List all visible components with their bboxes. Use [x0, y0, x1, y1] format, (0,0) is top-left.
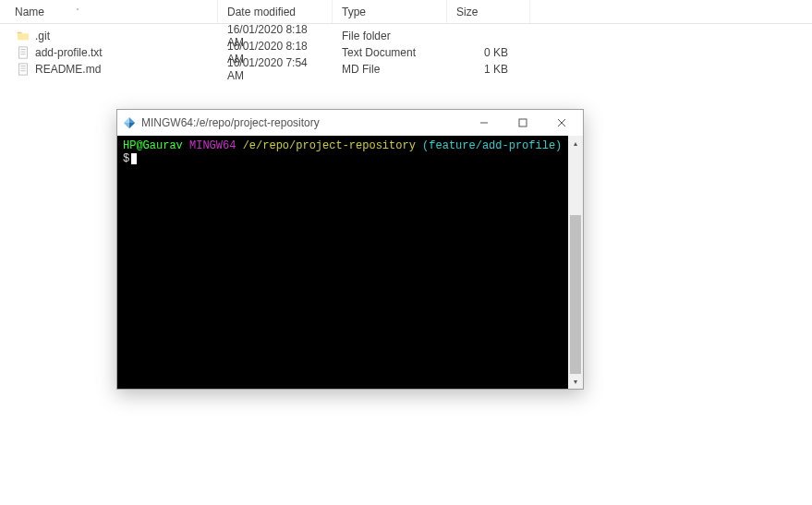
minimize-button[interactable]: [465, 110, 503, 136]
terminal-titlebar[interactable]: MINGW64:/e/repo/project-repository: [117, 110, 583, 136]
file-icon: [17, 46, 30, 59]
file-name: README.md: [35, 63, 101, 76]
terminal-scrollbar[interactable]: ▴ ▾: [568, 136, 583, 389]
file-rows: .git 16/01/2020 8:18 AM File folder add-…: [0, 24, 812, 78]
column-date[interactable]: Date modified: [218, 0, 333, 23]
svg-rect-0: [19, 47, 28, 58]
file-icon: [17, 63, 30, 76]
prompt-symbol: $: [123, 152, 129, 165]
table-row[interactable]: README.md 16/01/2020 7:54 AM MD File 1 K…: [0, 61, 812, 78]
file-date: 16/01/2020 7:54 AM: [218, 56, 333, 82]
sort-ascending-icon: ˄: [76, 7, 79, 16]
svg-rect-9: [519, 119, 527, 126]
terminal-title: MINGW64:/e/repo/project-repository: [141, 116, 320, 129]
column-name-label: Name: [15, 6, 44, 18]
file-size: 0 KB: [447, 46, 530, 59]
prompt-path: /e/repo/project-repository: [243, 139, 416, 152]
close-button[interactable]: [542, 110, 581, 136]
column-name[interactable]: Name ˄: [0, 0, 218, 23]
terminal-cursor: [131, 153, 137, 164]
folder-icon: [17, 30, 30, 42]
column-type-label: Type: [342, 6, 366, 18]
mingw-app-icon: [123, 116, 136, 129]
terminal-content[interactable]: HP@Gaurav MINGW64 /e/repo/project-reposi…: [117, 136, 568, 389]
scroll-track[interactable]: [568, 150, 583, 374]
column-size-label: Size: [456, 6, 478, 18]
prompt-env: MINGW64: [189, 139, 236, 152]
file-type: File folder: [333, 30, 447, 42]
file-name: add-profile.txt: [35, 46, 103, 59]
column-size[interactable]: Size: [447, 0, 530, 23]
table-row[interactable]: .git 16/01/2020 8:18 AM File folder: [0, 28, 812, 44]
file-explorer: Name ˄ Date modified Type Size .git 16/0…: [0, 0, 812, 78]
column-type[interactable]: Type: [333, 0, 447, 23]
terminal-window: MINGW64:/e/repo/project-repository HP@Ga…: [116, 109, 584, 390]
file-name: .git: [35, 30, 50, 42]
terminal-body: HP@Gaurav MINGW64 /e/repo/project-reposi…: [117, 136, 583, 389]
prompt-branch: (feature/add-profile): [422, 139, 562, 152]
svg-rect-4: [19, 64, 28, 75]
scroll-up-icon[interactable]: ▴: [568, 136, 583, 150]
column-date-label: Date modified: [227, 6, 296, 18]
column-headers: Name ˄ Date modified Type Size: [0, 0, 812, 24]
file-size: 1 KB: [447, 63, 530, 76]
scroll-thumb[interactable]: [570, 215, 581, 374]
file-type: MD File: [333, 63, 447, 76]
maximize-button[interactable]: [503, 110, 542, 136]
prompt-user: HP@Gaurav: [123, 139, 183, 152]
scroll-down-icon[interactable]: ▾: [568, 374, 583, 389]
file-type: Text Document: [333, 46, 447, 59]
table-row[interactable]: add-profile.txt 16/01/2020 8:18 AM Text …: [0, 44, 812, 61]
